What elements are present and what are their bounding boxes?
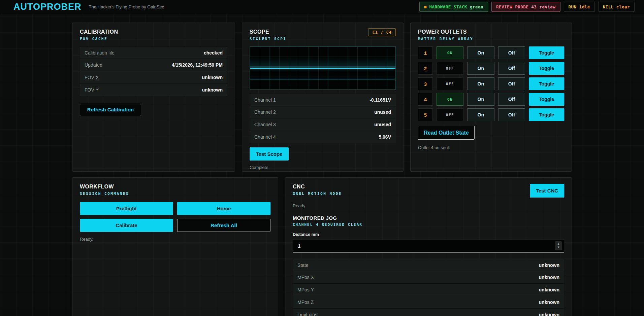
review-probe-value: 43 review [531, 4, 555, 9]
outlet-toggle-button[interactable]: Toggle [529, 77, 564, 90]
row-value: unknown [202, 75, 227, 80]
table-row: MPos Z unknown [293, 296, 564, 309]
outlet-toggle-button[interactable]: Toggle [529, 46, 564, 59]
hardware-stack-label: HARDWARE STACK [429, 4, 467, 9]
outlet-number: 1 [418, 46, 433, 59]
row-label: Calibration file [80, 50, 115, 56]
home-button[interactable]: Home [177, 202, 270, 215]
outlet-on-button[interactable]: On [467, 93, 494, 106]
waveform-glow [250, 57, 395, 68]
workflow-title: WORKFLOW [80, 184, 270, 190]
kill-button[interactable]: KILL clear [598, 2, 635, 12]
cnc-status: Ready. [293, 203, 564, 208]
preflight-button[interactable]: Preflight [80, 202, 173, 215]
calibrate-button[interactable]: Calibrate [80, 219, 173, 232]
calibration-title: CALIBRATION [80, 29, 227, 35]
outlet-row: 5 OFF On Off Toggle [418, 108, 564, 121]
row-label: MPos Y [293, 287, 314, 292]
test-cnc-button[interactable]: Test CNC [530, 184, 564, 198]
row-label: Channel 2 [250, 109, 276, 115]
monitored-jog-title: MONITORED JOG [293, 215, 564, 221]
outlet-on-button[interactable]: On [467, 77, 494, 90]
power-outlets-subtitle: MATTER RELAY ARRAY [418, 37, 564, 41]
review-probe-button[interactable]: REVIEW PROBE 43 review [491, 2, 560, 12]
read-outlet-state-button[interactable]: Read Outlet State [418, 126, 475, 140]
table-row: Limit pins unknown [293, 309, 564, 316]
outlet-number: 2 [418, 62, 433, 75]
outlet-off-button[interactable]: Off [498, 93, 525, 106]
cnc-subtitle: GRBL MOTION NODE [293, 191, 564, 196]
run-label: RUN [569, 4, 577, 9]
distance-input[interactable] [293, 239, 564, 253]
row-value: 4/15/2026, 12:49:50 PM [172, 62, 227, 68]
outlet-off-button[interactable]: Off [498, 108, 525, 121]
spinner-up-icon[interactable]: ▲ [557, 243, 560, 246]
outlet-state-badge: ON [437, 93, 463, 106]
row-value: unknown [539, 312, 564, 316]
outlet-on-button[interactable]: On [467, 62, 494, 75]
outlet-on-button[interactable]: On [467, 108, 494, 121]
outlet-toggle-button[interactable]: Toggle [529, 108, 564, 121]
outlet-state-badge: OFF [437, 62, 463, 75]
waveform-trace-c4 [250, 79, 395, 79]
refresh-calibration-button[interactable]: Refresh Calibration [80, 103, 141, 116]
workflow-buttons: Preflight Home Calibrate Refresh All [80, 202, 270, 232]
row-label: FOV Y [80, 87, 99, 93]
table-row: MPos X unknown [293, 271, 564, 284]
outlet-row: 1 ON On Off Toggle [418, 46, 564, 59]
waveform-trace-c1 [250, 68, 395, 69]
refresh-all-button[interactable]: Refresh All [177, 219, 270, 232]
spinner-down-icon[interactable]: ▼ [557, 246, 560, 249]
outlet-off-button[interactable]: Off [498, 62, 525, 75]
row-label: Limit pins [293, 312, 317, 316]
row-value: unknown [539, 275, 564, 280]
workflow-status: Ready. [80, 237, 270, 242]
row-value: unknown [202, 87, 227, 93]
outlet-number: 3 [418, 77, 433, 90]
scope-channels-table: Channel 1 -0.11651V Channel 2 unused Cha… [250, 94, 396, 143]
scope-status: Complete. [250, 165, 396, 170]
power-outlets-panel: POWER OUTLETS MATTER RELAY ARRAY 1 ON On… [410, 23, 572, 172]
outlet-off-button[interactable]: Off [498, 77, 525, 90]
app-header: AUTOPROBER The Hacker's Flying Probe by … [0, 0, 644, 14]
outlet-row: 3 OFF On Off Toggle [418, 77, 564, 90]
cnc-status-table: State unknown MPos X unknown MPos Y unkn… [293, 259, 564, 316]
workflow-subtitle: SESSION COMMANDS [80, 191, 270, 196]
kill-label: KILL [603, 4, 614, 9]
outlet-state-badge: OFF [437, 77, 463, 90]
calibration-subtitle: FOV CACHE [80, 37, 227, 41]
outlet-off-button[interactable]: Off [498, 46, 525, 59]
distance-label: Distance mm [293, 232, 564, 237]
row-label: FOV X [80, 75, 99, 80]
power-outlets-title: POWER OUTLETS [418, 29, 564, 35]
table-row: Channel 4 5.06V [250, 131, 396, 143]
table-row: State unknown [293, 259, 564, 271]
outlet-toggle-button[interactable]: Toggle [529, 62, 564, 75]
table-row: FOV Y unknown [80, 84, 227, 96]
review-probe-label: REVIEW PROBE [496, 4, 528, 9]
scope-channel-badge[interactable]: C1 / C4 [368, 28, 396, 36]
run-value: idle [579, 4, 590, 9]
outlet-toggle-button[interactable]: Toggle [529, 93, 564, 106]
row-label: MPos Z [293, 300, 314, 305]
outlet-number: 5 [418, 108, 433, 121]
hardware-stack-value: green [470, 4, 483, 9]
number-spinner[interactable]: ▲ ▼ [555, 241, 562, 250]
run-button[interactable]: RUN idle [564, 2, 595, 12]
cnc-title: CNC [293, 184, 564, 190]
kill-value: clear [616, 4, 630, 9]
outlet-status: Outlet 4 on sent. [418, 145, 564, 150]
app-tagline: The Hacker's Flying Probe by GainSec [89, 4, 164, 9]
scope-panel: SCOPE SIGLENT SCPI C1 / C4 Channel 1 -0.… [242, 23, 404, 172]
outlet-on-button[interactable]: On [467, 46, 494, 59]
row-value: unknown [539, 262, 564, 268]
table-row: Updated 4/15/2026, 12:49:50 PM [80, 59, 227, 71]
app-logo: AUTOPROBER [13, 2, 82, 12]
header-actions: ■ HARDWARE STACK green REVIEW PROBE 43 r… [419, 2, 635, 12]
hardware-stack-button[interactable]: ■ HARDWARE STACK green [419, 2, 488, 12]
outlet-state-badge: ON [437, 46, 463, 59]
row-value: unused [374, 122, 396, 127]
test-scope-button[interactable]: Test Scope [250, 147, 289, 161]
row-label: Channel 4 [250, 134, 276, 140]
row-value: -0.11651V [369, 97, 396, 103]
